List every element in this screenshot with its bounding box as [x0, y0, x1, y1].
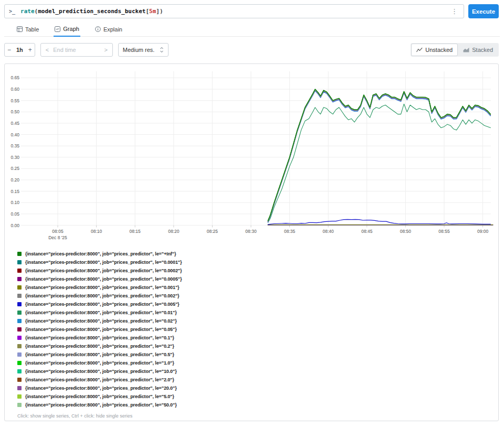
legend-item[interactable]: {instance="prices-predictor:8000", job="…	[17, 392, 498, 401]
tab-graph[interactable]: Graph	[54, 24, 80, 37]
resolution-select[interactable]: Medium res.	[118, 43, 169, 57]
legend-item-label: {instance="prices-predictor:8000", job="…	[25, 260, 182, 265]
legend-item-label: {instance="prices-predictor:8000", job="…	[25, 310, 177, 315]
legend-item[interactable]: {instance="prices-predictor:8000", job="…	[17, 258, 498, 266]
y-tick-label: 0.40	[10, 132, 19, 137]
legend-item[interactable]: {instance="prices-predictor:8000", job="…	[17, 283, 498, 292]
legend-item[interactable]: {instance="prices-predictor:8000", job="…	[17, 376, 498, 384]
query-input[interactable]: >_ rate(model_prediction_seconds_bucket[…	[4, 4, 464, 18]
legend-item[interactable]: {instance="prices-predictor:8000", job="…	[17, 342, 498, 350]
console-prompt-icon: >_	[9, 8, 15, 14]
legend-item[interactable]: {instance="prices-predictor:8000", job="…	[17, 401, 498, 409]
legend-item[interactable]: {instance="prices-predictor:8000", job="…	[17, 300, 498, 308]
legend-item[interactable]: {instance="prices-predictor:8000", job="…	[17, 325, 498, 334]
chart-svg[interactable]: 0.000.050.100.150.200.250.300.350.400.45…	[5, 64, 498, 245]
y-tick-label: 0.10	[10, 200, 19, 205]
end-time-forward-icon[interactable]: >	[104, 47, 107, 53]
series-color-swatch	[17, 336, 22, 340]
unstacked-button[interactable]: Unstacked	[411, 44, 458, 56]
legend-item-label: {instance="prices-predictor:8000", job="…	[25, 352, 174, 357]
series-color-swatch	[17, 403, 22, 407]
end-time-picker[interactable]: < End time >	[40, 43, 113, 57]
x-tick-label: 08:45	[361, 229, 373, 234]
info-icon	[95, 26, 101, 32]
legend-item-label: {instance="prices-predictor:8000", job="…	[25, 302, 179, 307]
tab-table-label: Table	[25, 26, 39, 33]
series-line	[268, 89, 490, 221]
y-tick-label: 0.15	[10, 189, 19, 194]
x-tick-label: 08:15	[130, 229, 141, 234]
series-color-swatch	[17, 352, 22, 357]
x-tick-label: 08:35	[284, 229, 296, 234]
legend-item[interactable]: {instance="prices-predictor:8000", job="…	[17, 367, 498, 376]
query-paren-close: )	[160, 8, 163, 15]
table-icon	[17, 26, 23, 32]
legend-item-label: {instance="prices-predictor:8000", job="…	[25, 276, 182, 282]
y-tick-label: 0.05	[10, 211, 19, 217]
series-line	[268, 90, 490, 221]
legend-item[interactable]: {instance="prices-predictor:8000", job="…	[17, 250, 498, 258]
query-duration-token: 5m	[149, 8, 156, 15]
legend-item[interactable]: {instance="prices-predictor:8000", job="…	[17, 334, 498, 342]
tab-table[interactable]: Table	[16, 24, 40, 36]
legend-item-label: {instance="prices-predictor:8000", job="…	[25, 377, 174, 382]
legend-item[interactable]: {instance="prices-predictor:8000", job="…	[17, 266, 498, 275]
tab-explain[interactable]: Explain	[94, 24, 123, 36]
range-value[interactable]: 1h	[14, 47, 26, 53]
range-selector: − 1h +	[4, 43, 35, 57]
legend-item[interactable]: {instance="prices-predictor:8000", job="…	[17, 384, 498, 392]
y-tick-label: 0.25	[10, 166, 19, 171]
series-color-swatch	[17, 394, 22, 399]
legend-item[interactable]: {instance="prices-predictor:8000", job="…	[17, 317, 498, 325]
y-tick-label: 0.55	[10, 98, 19, 103]
series-color-swatch	[17, 260, 22, 264]
legend-item-label: {instance="prices-predictor:8000", job="…	[25, 335, 174, 340]
legend-item-label: {instance="prices-predictor:8000", job="…	[25, 318, 177, 324]
legend-item[interactable]: {instance="prices-predictor:8000", job="…	[17, 350, 498, 359]
query-expression[interactable]: rate(model_prediction_seconds_bucket[5m]…	[20, 8, 449, 15]
legend-item-label: {instance="prices-predictor:8000", job="…	[25, 268, 182, 273]
legend-item-label: {instance="prices-predictor:8000", job="…	[25, 327, 177, 332]
legend-item-label: {instance="prices-predictor:8000", job="…	[25, 402, 177, 408]
series-color-swatch	[17, 311, 22, 315]
series-color-swatch	[17, 269, 22, 273]
end-time-input[interactable]: End time	[53, 47, 104, 53]
range-decrease-button[interactable]: −	[5, 46, 14, 54]
stacked-button[interactable]: Stacked	[458, 44, 498, 56]
legend-item-label: {instance="prices-predictor:8000", job="…	[25, 360, 174, 366]
query-bar: >_ rate(model_prediction_seconds_bucket[…	[4, 4, 499, 18]
x-tick-label: 08:30	[245, 229, 257, 234]
series-line	[268, 90, 490, 221]
series-line	[268, 90, 490, 221]
legend-item[interactable]: {instance="prices-predictor:8000", job="…	[17, 359, 498, 367]
y-tick-label: 0.35	[10, 143, 19, 148]
y-tick-label: 0.20	[10, 177, 19, 183]
series-color-swatch	[17, 294, 22, 298]
query-options-kebab-icon[interactable]: ⋮	[449, 8, 459, 15]
series-color-swatch	[17, 386, 22, 390]
legend-item[interactable]: {instance="prices-predictor:8000", job="…	[17, 292, 498, 300]
series-line	[268, 90, 490, 222]
legend-item-label: {instance="prices-predictor:8000", job="…	[25, 285, 179, 290]
execute-button[interactable]: Execute	[468, 4, 499, 18]
y-tick-label: 0.65	[10, 75, 19, 80]
legend-item-label: {instance="prices-predictor:8000", job="…	[25, 344, 174, 349]
panel-tabs: Table Graph Explain	[4, 24, 500, 37]
legend-item[interactable]: {instance="prices-predictor:8000", job="…	[17, 275, 498, 283]
legend-item-label: {instance="prices-predictor:8000", job="…	[25, 251, 176, 256]
unstacked-line-icon	[416, 47, 423, 52]
stacked-label: Stacked	[472, 47, 493, 53]
series-color-swatch	[17, 302, 22, 306]
resolution-value: Medium res.	[123, 47, 155, 53]
range-increase-button[interactable]: +	[26, 46, 35, 54]
stacking-toggle: Unstacked Stacked	[411, 43, 499, 57]
query-metric-token: model_prediction_seconds_bucket	[38, 8, 145, 15]
x-tick-label: 08:20	[168, 229, 180, 234]
select-updown-icon	[160, 47, 164, 53]
stacked-area-icon	[463, 47, 469, 52]
series-color-swatch	[17, 252, 22, 256]
end-time-back-icon[interactable]: <	[46, 47, 49, 53]
legend-item[interactable]: {instance="prices-predictor:8000", job="…	[17, 308, 498, 317]
y-tick-label: 0.45	[10, 121, 19, 126]
time-series-chart[interactable]: 0.000.050.100.150.200.250.300.350.400.45…	[5, 64, 498, 245]
